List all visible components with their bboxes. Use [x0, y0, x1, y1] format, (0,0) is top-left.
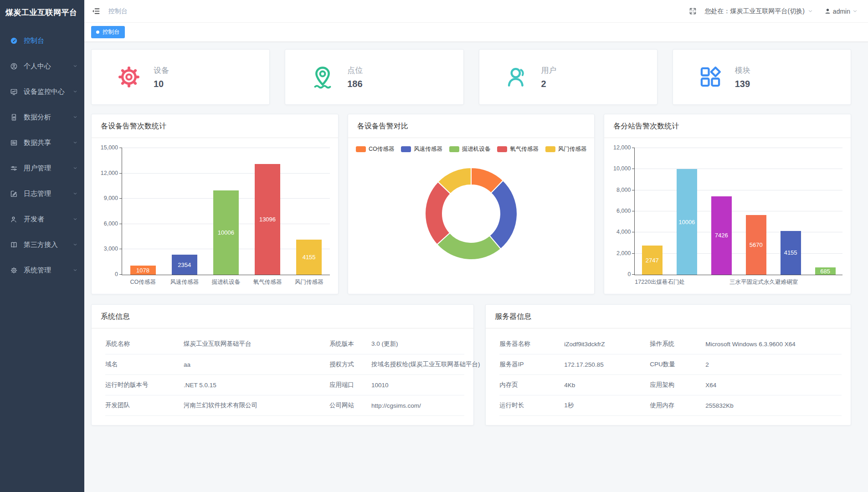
sidebar-item[interactable]: 用户管理 [0, 155, 84, 181]
sidebar-item-label: 个人中心 [24, 62, 72, 71]
topbar-left: 控制台 [92, 7, 128, 15]
platform-switcher[interactable]: 您处在：煤炭工业互联网平台(切换) [705, 7, 813, 15]
y-axis-label: 0 [627, 271, 631, 277]
server-info-rows: 服务器名称iZodf9it3dckfrZ操作系统Microsoft Window… [486, 328, 851, 416]
third-party-icon [10, 241, 18, 249]
bar: 4155 [781, 231, 801, 275]
info-row: 运行时长1秒使用内存255832Kb [499, 395, 842, 416]
bar: 4155 [296, 240, 322, 275]
info-value: iZodf9it3dckfrZ [564, 341, 650, 348]
stat-text: 用户2 [541, 65, 557, 89]
device-alarm-compare-chart: CO传感器风速传感器掘进机设备氧气传感器风门传感器 [348, 138, 595, 294]
legend-swatch [545, 146, 555, 152]
bar-value-label: 10006 [678, 219, 695, 226]
y-axis-label: 15,000 [101, 144, 118, 151]
bar-slot: 685 [808, 148, 842, 275]
stat-text: 模块139 [735, 65, 750, 89]
sidebar-item-label: 设备监控中心 [24, 87, 72, 96]
user-menu[interactable]: admin [824, 8, 858, 15]
legend-item[interactable]: 风门传感器 [545, 145, 587, 153]
bar: 2354 [172, 255, 197, 275]
legend-item[interactable]: CO传感器 [356, 145, 394, 153]
stat-card: 用户2 [479, 49, 657, 105]
y-axis-label: 0 [115, 271, 118, 277]
bar: 685 [815, 267, 836, 275]
sidebar-item-label: 系统管理 [24, 266, 72, 275]
tab-console[interactable]: 控制台 [91, 26, 125, 38]
info-value: 255832Kb [705, 402, 842, 409]
device-alarm-compare-chart-card: 各设备告警对比 CO传感器风速传感器掘进机设备氧气传感器风门传感器 [348, 114, 595, 294]
menu-collapse-icon[interactable] [92, 7, 100, 15]
x-axis-label: 17220出煤巷石门处 [635, 278, 685, 286]
bar-value-label: 10006 [218, 229, 234, 236]
user-manage-icon [10, 164, 18, 172]
info-value: aa [184, 361, 329, 368]
info-value: 2 [705, 361, 842, 368]
main-column: 控制台 您处在：煤炭工业互联网平台(切换) admin 控制台 [84, 0, 868, 492]
fullscreen-icon[interactable] [689, 7, 697, 15]
substation-alarm-count-chart-card: 各分站告警次数统计 02,0004,0006,0008,00010,00012,… [604, 114, 851, 294]
sidebar-item[interactable]: 控制台 [0, 28, 84, 53]
sidebar-item[interactable]: 设备监控中心 [0, 79, 84, 104]
stat-label: 设备 [154, 65, 169, 76]
user-circle-icon [10, 62, 18, 70]
x-slot: 风速传感器 [164, 278, 205, 286]
bar-slot: 2747 [635, 148, 669, 275]
legend-swatch [449, 146, 459, 152]
info-value: 172.17.250.85 [564, 361, 650, 368]
log-manage-icon [10, 190, 18, 198]
chevron-down-icon [807, 8, 813, 14]
x-axis-label: CO传感器 [130, 278, 155, 286]
data-share-icon [10, 139, 18, 147]
sidebar-item[interactable]: 系统管理 [0, 257, 84, 283]
breadcrumb[interactable]: 控制台 [108, 7, 128, 15]
sidebar-item[interactable]: 个人中心 [0, 53, 84, 79]
info-label: 系统版本 [329, 340, 371, 348]
bar-slot: 2354 [164, 148, 205, 275]
bar-value-label: 7426 [715, 232, 728, 239]
info-value: 10010 [371, 382, 464, 389]
info-row: 内存页4Kb应用架构X64 [499, 375, 842, 395]
person-icon [824, 8, 831, 15]
bar-value-label: 4155 [784, 249, 797, 256]
sidebar-item[interactable]: 第三方接入 [0, 232, 84, 257]
sidebar: 煤炭工业互联网平台 控制台个人中心设备监控中心数据分析数据共享用户管理日志管理开… [0, 0, 84, 492]
info-label: 授权方式 [329, 360, 371, 369]
sidebar-item[interactable]: 日志管理 [0, 181, 84, 206]
x-slot: 17220出煤巷石门处 [635, 278, 685, 286]
x-slot [707, 278, 729, 286]
info-label: 系统名称 [105, 340, 184, 348]
bar-slot: 4155 [288, 148, 330, 275]
info-value: http://cgsims.com/ [371, 402, 464, 409]
legend-item[interactable]: 风速传感器 [401, 145, 442, 153]
stat-value: 2 [541, 79, 557, 89]
charts-row: 各设备告警次数统计 03,0006,0009,00012,00015,00010… [91, 114, 851, 294]
donut-segment [489, 180, 517, 249]
sidebar-item[interactable]: 开发者 [0, 206, 84, 232]
developer-icon [10, 215, 18, 223]
info-value: 3.0 (更新) [371, 340, 464, 348]
device-alarm-count-chart-card: 各设备告警次数统计 03,0006,0009,00012,00015,00010… [91, 114, 339, 294]
info-label: CPU数量 [650, 360, 705, 369]
modules-icon [699, 65, 722, 89]
stat-card: 模块139 [673, 49, 851, 105]
bar-slot: 10006 [669, 148, 704, 275]
legend-item[interactable]: 氧气传感器 [497, 145, 539, 153]
legend-item[interactable]: 掘进机设备 [449, 145, 491, 153]
bar-slot: 10006 [205, 148, 247, 275]
bar: 2747 [642, 246, 663, 275]
sidebar-item[interactable]: 数据分析 [0, 104, 84, 130]
chevron-down-icon [72, 165, 78, 171]
chevron-down-icon [72, 191, 78, 196]
info-row: 系统名称煤炭工业互联网基础平台系统版本3.0 (更新) [105, 334, 464, 354]
content: 设备10点位186用户2模块139 各设备告警次数统计 03,0006,0009… [84, 42, 868, 492]
bar-value-label: 13096 [259, 216, 276, 223]
bar: 10006 [677, 169, 697, 275]
bars: 1078235410006130964155 [122, 148, 330, 275]
system-info-rows: 系统名称煤炭工业互联网基础平台系统版本3.0 (更新)域名aa授权方式按域名授权… [92, 328, 473, 416]
x-slot [685, 278, 707, 286]
info-row: 服务器名称iZodf9it3dckfrZ操作系统Microsoft Window… [499, 334, 842, 354]
y-axis-label: 9,000 [104, 195, 118, 201]
sidebar-item[interactable]: 数据共享 [0, 130, 84, 155]
chart-title: 各分站告警次数统计 [604, 114, 851, 138]
